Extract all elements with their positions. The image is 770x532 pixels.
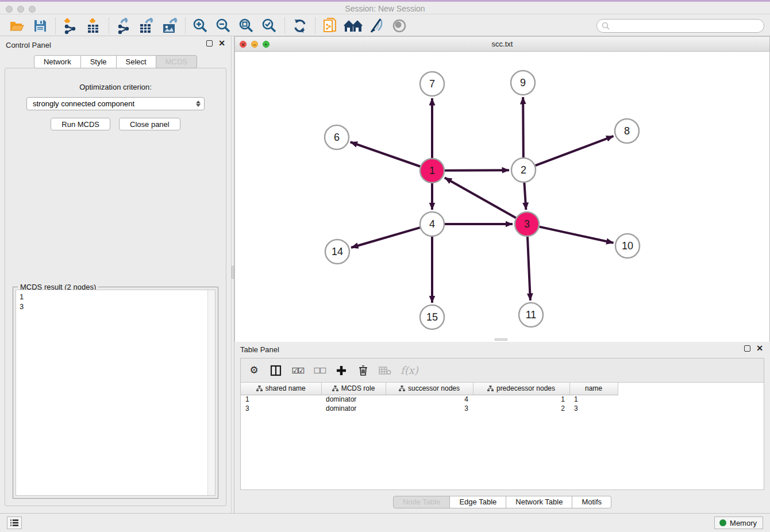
- graph-edge-2-3[interactable]: [524, 183, 526, 210]
- select-all-icon[interactable]: ☑☑: [291, 363, 304, 378]
- splitter-grip[interactable]: [232, 266, 234, 279]
- list-icon: [10, 519, 19, 527]
- close-panel-icon[interactable]: ✕: [218, 40, 225, 47]
- close-panel-button[interactable]: Close panel: [119, 118, 180, 130]
- close-table-panel-icon[interactable]: ✕: [756, 345, 763, 352]
- graph-edge-3-11[interactable]: [528, 237, 530, 300]
- cell-name[interactable]: 3: [569, 404, 618, 413]
- cell-predecessor-nodes[interactable]: 2: [473, 404, 569, 413]
- network-view-window: ✕ − + scc.txt 1234678910111415: [234, 36, 770, 342]
- open-folder-icon[interactable]: [6, 17, 29, 35]
- table-row: 3 dominator 3 2 3: [241, 404, 618, 413]
- tab-motifs[interactable]: Motifs: [572, 496, 611, 508]
- table-header-row: shared name MCDS role successor nodes pr…: [241, 383, 618, 395]
- toolbar-separator: [315, 18, 315, 34]
- graph-edge-4-14[interactable]: [351, 228, 420, 248]
- tab-edge-table[interactable]: Edge Table: [450, 496, 506, 508]
- network-canvas[interactable]: 1234678910111415: [235, 52, 769, 342]
- zoom-selected-icon[interactable]: [258, 17, 281, 35]
- network-window-titlebar[interactable]: ✕ − + scc.txt: [235, 37, 769, 52]
- delete-table-icon[interactable]: [379, 363, 391, 378]
- search-icon: [602, 22, 610, 30]
- graph-node-label-11: 11: [526, 309, 537, 321]
- table-panel: Table Panel ✕ ⚙ ☑☑ ☐☐: [234, 342, 770, 513]
- app-titlebar: Session: New Session: [0, 0, 770, 14]
- task-history-button[interactable]: [7, 516, 22, 529]
- function-builder-icon[interactable]: f(x): [401, 363, 418, 378]
- graph-edge-3-1[interactable]: [445, 178, 516, 218]
- graph-edge-1-6[interactable]: [351, 142, 421, 166]
- export-image-icon[interactable]: [159, 17, 182, 35]
- toolbar-separator: [109, 18, 109, 34]
- toolbar-separator: [55, 18, 56, 34]
- node-table: shared name MCDS role successor nodes pr…: [241, 383, 618, 413]
- import-table-icon[interactable]: [82, 17, 105, 35]
- graph-edge-2-9[interactable]: [523, 97, 523, 157]
- cell-name[interactable]: 1: [569, 395, 618, 404]
- network-resize-grip[interactable]: [495, 338, 507, 341]
- gear-icon[interactable]: ⚙: [248, 363, 260, 378]
- cell-successor-nodes[interactable]: 4: [386, 395, 473, 404]
- tab-node-table[interactable]: Node Table: [393, 496, 451, 508]
- graphics-details-icon[interactable]: [365, 17, 388, 35]
- app-title: Session: New Session: [0, 4, 770, 13]
- export-table-icon[interactable]: [136, 17, 159, 35]
- cell-shared-name[interactable]: 3: [241, 404, 321, 413]
- cell-mcds-role[interactable]: dominator: [321, 395, 386, 404]
- main-toolbar: [0, 16, 770, 36]
- float-panel-icon[interactable]: [206, 40, 213, 47]
- graph-node-label-7: 7: [429, 78, 435, 90]
- cell-mcds-role[interactable]: dominator: [321, 404, 386, 413]
- tab-select[interactable]: Select: [117, 55, 156, 68]
- graph-node-label-6: 6: [334, 132, 340, 143]
- graph-edge-2-8[interactable]: [536, 136, 614, 165]
- graph-node-label-10: 10: [622, 240, 633, 252]
- tab-network-table[interactable]: Network Table: [506, 496, 572, 508]
- import-network-icon[interactable]: [59, 17, 82, 35]
- graph-edge-3-10[interactable]: [539, 227, 613, 243]
- memory-button[interactable]: Memory: [714, 516, 763, 529]
- column-icon[interactable]: [270, 363, 282, 378]
- save-icon[interactable]: [29, 17, 52, 35]
- search-input[interactable]: [612, 22, 759, 30]
- column-header-mcds-role[interactable]: MCDS role: [321, 383, 386, 395]
- control-panel-tabs: Network Style Select MCDS: [0, 55, 231, 68]
- zoom-in-icon[interactable]: [189, 17, 212, 35]
- column-header-predecessor-nodes[interactable]: predecessor nodes: [473, 383, 569, 395]
- search-field[interactable]: [596, 19, 764, 33]
- control-panel: Control Panel ✕ Network Style Select MCD…: [0, 36, 231, 513]
- graph-node-label-14: 14: [332, 246, 343, 257]
- cell-successor-nodes[interactable]: 3: [386, 404, 473, 413]
- column-type-icon: [332, 385, 338, 392]
- refresh-icon[interactable]: [288, 17, 311, 35]
- tab-mcds[interactable]: MCDS: [156, 55, 197, 68]
- column-type-icon: [487, 385, 494, 392]
- zoom-out-icon[interactable]: [212, 17, 235, 35]
- application-window: Session: New Session: [0, 0, 770, 532]
- add-column-icon[interactable]: [335, 363, 348, 378]
- graph-edge-1-2[interactable]: [445, 170, 509, 171]
- run-mcds-button[interactable]: Run MCDS: [51, 118, 110, 130]
- mcds-result-area[interactable]: 1 3: [16, 290, 215, 496]
- cell-shared-name[interactable]: 1: [241, 395, 321, 404]
- optimization-criterion-label: Optimization criterion:: [5, 83, 226, 91]
- table-toolbar: ⚙ ☑☑ ☐☐ f(x): [241, 358, 764, 383]
- zoom-fit-icon[interactable]: [235, 17, 258, 35]
- toolbar-separator: [284, 18, 285, 34]
- optimization-criterion-select[interactable]: strongly connected component: [26, 97, 205, 110]
- eye-icon[interactable]: [388, 17, 411, 35]
- tab-network[interactable]: Network: [34, 55, 81, 68]
- clone-network-icon[interactable]: [319, 17, 342, 35]
- delete-column-icon[interactable]: [357, 363, 369, 378]
- float-table-panel-icon[interactable]: [744, 345, 750, 352]
- unselect-all-icon[interactable]: ☐☐: [313, 363, 326, 378]
- graph-node-label-3: 3: [524, 218, 530, 230]
- first-neighbors-icon[interactable]: [342, 17, 365, 35]
- export-network-icon[interactable]: [113, 17, 136, 35]
- column-header-name[interactable]: name: [569, 383, 618, 395]
- column-header-successor-nodes[interactable]: successor nodes: [386, 383, 473, 395]
- column-header-shared-name[interactable]: shared name: [241, 383, 321, 395]
- result-scrollbar[interactable]: [207, 290, 215, 495]
- tab-style[interactable]: Style: [81, 55, 117, 68]
- cell-predecessor-nodes[interactable]: 1: [473, 395, 569, 404]
